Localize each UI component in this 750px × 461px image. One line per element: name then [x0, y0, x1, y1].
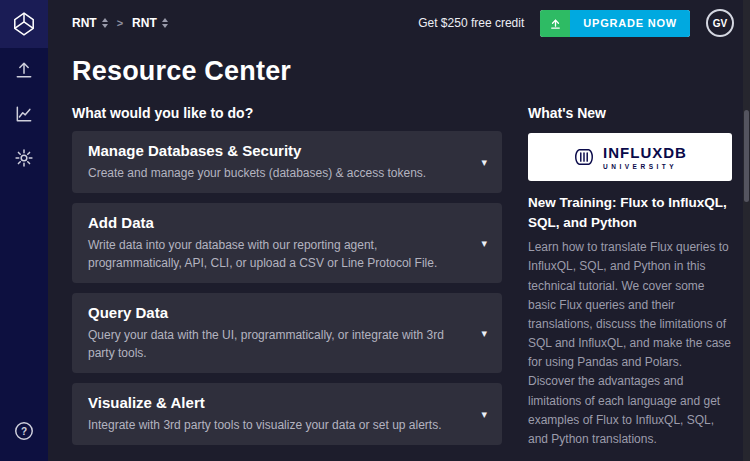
accordion-title: Query Data [88, 304, 456, 322]
accordion-title: Visualize & Alert [88, 394, 456, 412]
upgrade-upload-icon [549, 17, 562, 30]
help-nav-item[interactable]: ? [0, 409, 48, 453]
influxdb-logo-icon [11, 11, 37, 37]
free-credit-text: Get $250 free credit [418, 16, 524, 30]
content: Resource Center What would you like to d… [48, 46, 750, 461]
upgrade-now-button[interactable]: UPGRADE NOW [540, 10, 690, 37]
chevron-down-icon: ▾ [481, 327, 487, 340]
settings-nav-item[interactable] [0, 136, 48, 180]
upgrade-icon-box [540, 10, 570, 37]
resource-center-pane: Resource Center What would you like to d… [72, 46, 502, 461]
accordion-visualize-alert[interactable]: Visualize & Alert Integrate with 3rd par… [72, 383, 502, 445]
sort-carets-icon [102, 18, 108, 28]
caret-up-icon [102, 18, 108, 22]
influxdb-logo[interactable] [0, 0, 48, 48]
whats-new-heading: What's New [528, 105, 732, 121]
load-data-nav-item[interactable] [0, 48, 48, 92]
scrollbar-thumb[interactable] [744, 110, 749, 202]
project-switcher[interactable]: RNT [132, 16, 168, 30]
accordion-description: Create and manage your buckets (database… [88, 165, 456, 182]
accordion-description: Write data into your database with our r… [88, 237, 456, 272]
upgrade-button-label: UPGRADE NOW [570, 10, 690, 37]
influxdb-university-banner[interactable]: INFLUXDB UNIVERSITY [528, 133, 732, 181]
accordion-query-data[interactable]: Query Data Query your data with the UI, … [72, 293, 502, 373]
breadcrumb-separator: > [117, 17, 123, 29]
breadcrumb: RNT > RNT [72, 16, 168, 30]
org-name: RNT [72, 16, 97, 30]
svg-text:?: ? [21, 426, 27, 437]
scrollbar-track[interactable] [743, 0, 750, 461]
accordion-description: Query your data with the UI, programmati… [88, 327, 456, 362]
caret-down-icon [162, 24, 168, 28]
university-logo-text: INFLUXDB UNIVERSITY [603, 145, 687, 170]
university-columns-icon [573, 146, 595, 168]
accordion-title: Manage Databases & Security [88, 142, 456, 160]
university-logo-title: INFLUXDB [603, 145, 687, 160]
user-avatar[interactable]: GV [706, 9, 734, 37]
chevron-down-icon: ▾ [481, 237, 487, 250]
accordion-add-data[interactable]: Add Data Write data into your database w… [72, 203, 502, 283]
article-body: Learn how to translate Flux queries to I… [528, 238, 732, 449]
project-name: RNT [132, 16, 157, 30]
caret-up-icon [162, 18, 168, 22]
page-title: Resource Center [72, 56, 502, 87]
header-right: Get $250 free credit UPGRADE NOW GV [418, 9, 734, 37]
graph-icon [14, 104, 34, 124]
sort-carets-icon [162, 18, 168, 28]
university-logo-subtitle: UNIVERSITY [603, 163, 687, 170]
chevron-down-icon: ▾ [481, 156, 487, 169]
data-explorer-nav-item[interactable] [0, 92, 48, 136]
chevron-down-icon: ▾ [481, 408, 487, 421]
question-heading: What would you like to do? [72, 105, 502, 121]
upload-icon [14, 60, 34, 80]
topbar: RNT > RNT Get $250 free credit [48, 0, 750, 46]
whats-new-pane: What's New INFLUXDB UNIVERSITY New Train… [528, 46, 732, 461]
help-icon: ? [13, 420, 35, 442]
caret-down-icon [102, 24, 108, 28]
gear-icon [14, 148, 34, 168]
accordion-title: Add Data [88, 214, 456, 232]
article-title: New Training: Flux to InfluxQL, SQL, and… [528, 193, 732, 232]
org-switcher[interactable]: RNT [72, 16, 108, 30]
accordion-description: Integrate with 3rd party tools to visual… [88, 417, 456, 434]
sidebar: ? [0, 0, 48, 461]
app-root: ? RNT > RNT [0, 0, 750, 461]
accordion-manage-databases[interactable]: Manage Databases & Security Create and m… [72, 131, 502, 193]
main-column: RNT > RNT Get $250 free credit [48, 0, 750, 461]
